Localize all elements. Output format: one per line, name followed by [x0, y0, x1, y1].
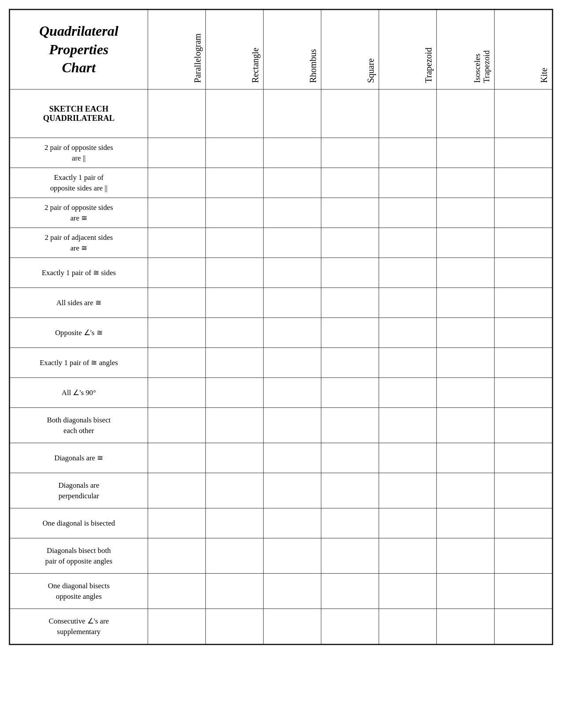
cell-2-7: [494, 168, 552, 198]
cell-8-1: [148, 348, 205, 378]
cell-16-2: [205, 609, 263, 644]
cell-8-5: [379, 348, 436, 378]
cell-1-2: [205, 138, 263, 168]
row-2pair-adjacent-congruent: 2 pair of adjacent sidesare ≅: [10, 228, 552, 258]
cell-15-3: [263, 574, 321, 609]
cell-8-7: [494, 348, 552, 378]
cell-15-2: [205, 574, 263, 609]
label-one-diagonal-bisected: One diagonal is bisected: [10, 508, 148, 538]
cell-3-3: [263, 198, 321, 228]
cell-2-2: [205, 168, 263, 198]
cell-8-6: [436, 348, 494, 378]
cell-2-4: [321, 168, 379, 198]
cell-11-2: [205, 443, 263, 473]
cell-13-6: [436, 508, 494, 538]
cell-4-6: [436, 228, 494, 258]
cell-11-3: [263, 443, 321, 473]
cell-7-3: [263, 318, 321, 348]
cell-5-6: [436, 258, 494, 288]
cell-16-6: [436, 609, 494, 644]
cell-sketch-square: [321, 90, 379, 138]
label-2pair-adjacent-congruent: 2 pair of adjacent sidesare ≅: [10, 228, 148, 258]
label-diagonals-perpendicular: Diagonals areperpendicular: [10, 473, 148, 508]
cell-9-1: [148, 378, 205, 408]
cell-7-4: [321, 318, 379, 348]
cell-5-1: [148, 258, 205, 288]
cell-16-1: [148, 609, 205, 644]
cell-16-5: [379, 609, 436, 644]
cell-4-1: [148, 228, 205, 258]
cell-9-4: [321, 378, 379, 408]
cell-10-5: [379, 408, 436, 443]
cell-1-1: [148, 138, 205, 168]
cell-10-1: [148, 408, 205, 443]
cell-9-3: [263, 378, 321, 408]
cell-4-7: [494, 228, 552, 258]
cell-7-2: [205, 318, 263, 348]
row-diagonals-congruent: Diagonals are ≅: [10, 443, 552, 473]
row-all-angles-90: All ∠'s 90°: [10, 378, 552, 408]
cell-15-1: [148, 574, 205, 609]
cell-6-6: [436, 288, 494, 318]
label-one-diagonal-bisects-angles: One diagonal bisectsopposite angles: [10, 574, 148, 609]
cell-12-2: [205, 473, 263, 508]
cell-9-2: [205, 378, 263, 408]
cell-12-7: [494, 473, 552, 508]
cell-5-3: [263, 258, 321, 288]
cell-15-4: [321, 574, 379, 609]
header-isosceles-trapezoid: IsoscelesTrapezoid: [436, 10, 494, 90]
cell-3-7: [494, 198, 552, 228]
label-all-angles-90: All ∠'s 90°: [10, 378, 148, 408]
cell-15-5: [379, 574, 436, 609]
cell-16-3: [263, 609, 321, 644]
cell-4-5: [379, 228, 436, 258]
cell-6-1: [148, 288, 205, 318]
label-diagonals-bisect-opposite-angles: Diagonals bisect bothpair of opposite an…: [10, 538, 148, 574]
cell-4-4: [321, 228, 379, 258]
cell-12-3: [263, 473, 321, 508]
cell-8-4: [321, 348, 379, 378]
label-1pair-congruent-angles: Exactly 1 pair of ≅ angles: [10, 348, 148, 378]
label-2pair-opposite-congruent: 2 pair of opposite sidesare ≅: [10, 198, 148, 228]
row-2pair-opposite-congruent: 2 pair of opposite sidesare ≅: [10, 198, 552, 228]
cell-13-4: [321, 508, 379, 538]
cell-2-6: [436, 168, 494, 198]
cell-9-5: [379, 378, 436, 408]
row-all-sides-congruent: All sides are ≅: [10, 288, 552, 318]
cell-14-4: [321, 538, 379, 574]
cell-11-1: [148, 443, 205, 473]
header-trapezoid: Trapezoid: [379, 10, 436, 90]
cell-1-6: [436, 138, 494, 168]
cell-12-1: [148, 473, 205, 508]
header-square: Square: [321, 10, 379, 90]
cell-16-7: [494, 609, 552, 644]
row-sketch: SKETCH EACHQUADRILATERAL: [10, 90, 552, 138]
properties-chart-table: Quadrilateral Properties Chart Parallelo…: [10, 10, 552, 644]
label-consecutive-angles-supplementary: Consecutive ∠'s aresupplementary: [10, 609, 148, 644]
cell-2-5: [379, 168, 436, 198]
row-consecutive-angles-supplementary: Consecutive ∠'s aresupplementary: [10, 609, 552, 644]
cell-sketch-rhombus: [263, 90, 321, 138]
chart-title: Quadrilateral Properties Chart: [10, 10, 148, 90]
row-diagonals-perpendicular: Diagonals areperpendicular: [10, 473, 552, 508]
cell-5-5: [379, 258, 436, 288]
cell-15-6: [436, 574, 494, 609]
cell-7-7: [494, 318, 552, 348]
cell-3-4: [321, 198, 379, 228]
cell-14-1: [148, 538, 205, 574]
label-diagonals-congruent: Diagonals are ≅: [10, 443, 148, 473]
cell-4-3: [263, 228, 321, 258]
cell-5-4: [321, 258, 379, 288]
cell-7-1: [148, 318, 205, 348]
cell-13-2: [205, 508, 263, 538]
cell-1-4: [321, 138, 379, 168]
row-1pair-opposite-parallel: Exactly 1 pair ofopposite sides are ||: [10, 168, 552, 198]
cell-sketch-trapezoid: [379, 90, 436, 138]
cell-6-3: [263, 288, 321, 318]
cell-11-5: [379, 443, 436, 473]
cell-14-7: [494, 538, 552, 574]
cell-11-4: [321, 443, 379, 473]
cell-8-3: [263, 348, 321, 378]
cell-14-2: [205, 538, 263, 574]
row-opposite-angles-congruent: Opposite ∠'s ≅: [10, 318, 552, 348]
